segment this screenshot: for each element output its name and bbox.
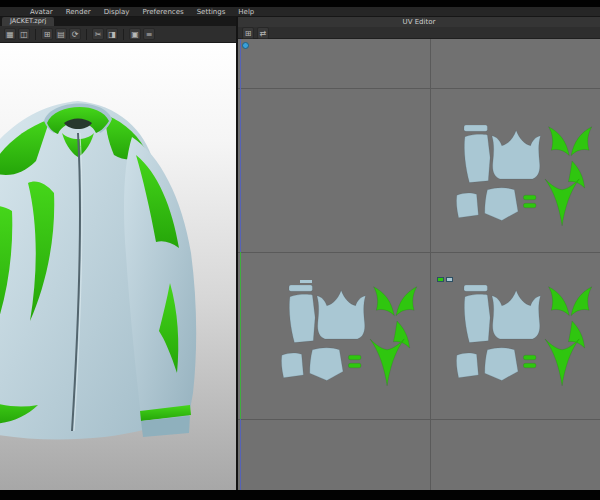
3d-viewport[interactable] [0, 43, 236, 490]
uv-pattern-set[interactable] [437, 285, 599, 411]
menu-avatar[interactable]: Avatar [30, 7, 53, 17]
uv-grid-icon[interactable]: ⊞ [242, 27, 254, 39]
toolbar-separator [86, 29, 87, 40]
uv-swap-icon[interactable]: ⇄ [257, 27, 269, 39]
uv-gridline-h [238, 419, 600, 420]
left-pane: JACKET.zprj ▦ ◫ ⊞ ▤ ⟳ ✂ ◨ ▣ ≡ [0, 17, 236, 490]
toolbar-icon-1[interactable]: ▦ [4, 28, 16, 40]
green-swatch [437, 277, 444, 282]
uv-editor-pane: UV Editor ⊞ ⇄ [238, 17, 600, 490]
menu-settings[interactable]: Settings [197, 7, 226, 17]
toolbar-icon-5[interactable]: ⟳ [69, 28, 81, 40]
menu-bar: Avatar Render Display Preferences Settin… [0, 7, 600, 17]
uv-gridline-h [238, 252, 600, 253]
toolbar-icon-7[interactable]: ◨ [106, 28, 118, 40]
document-tab-bar: JACKET.zprj [0, 17, 236, 26]
uv-origin-marker [242, 42, 249, 49]
toolbar-icon-8[interactable]: ▣ [129, 28, 141, 40]
toolbar-icon-9[interactable]: ≡ [143, 28, 155, 40]
menu-help[interactable]: Help [238, 7, 254, 17]
toolbar-icon-2[interactable]: ◫ [18, 28, 30, 40]
uv-gridline-v [430, 39, 431, 490]
menu-display[interactable]: Display [104, 7, 130, 17]
toolbar-icon-4[interactable]: ▤ [55, 28, 67, 40]
main-toolbar: ▦ ◫ ⊞ ▤ ⟳ ✂ ◨ ▣ ≡ [0, 26, 236, 43]
uv-gridline-h [238, 88, 600, 89]
toolbar-icon-6[interactable]: ✂ [92, 28, 104, 40]
application-window: Avatar Render Display Preferences Settin… [0, 0, 600, 500]
window-bottom-strip [0, 490, 600, 500]
document-tab[interactable]: JACKET.zprj [2, 17, 54, 26]
uv-toolbar: ⊞ ⇄ [238, 27, 600, 39]
menu-render[interactable]: Render [66, 7, 91, 17]
uv-small-piece [300, 280, 312, 283]
uv-selection-swatches [437, 277, 453, 282]
toolbar-separator [35, 29, 36, 40]
jacket-3d-model [0, 43, 236, 490]
uv-canvas[interactable] [238, 39, 600, 490]
uv-pattern-set[interactable] [437, 125, 599, 251]
uv-pattern-set[interactable] [262, 285, 424, 411]
uv-boundary-green [240, 252, 241, 419]
blue-swatch [446, 277, 453, 282]
menu-preferences[interactable]: Preferences [142, 7, 183, 17]
toolbar-icon-3[interactable]: ⊞ [41, 28, 53, 40]
toolbar-separator [123, 29, 124, 40]
